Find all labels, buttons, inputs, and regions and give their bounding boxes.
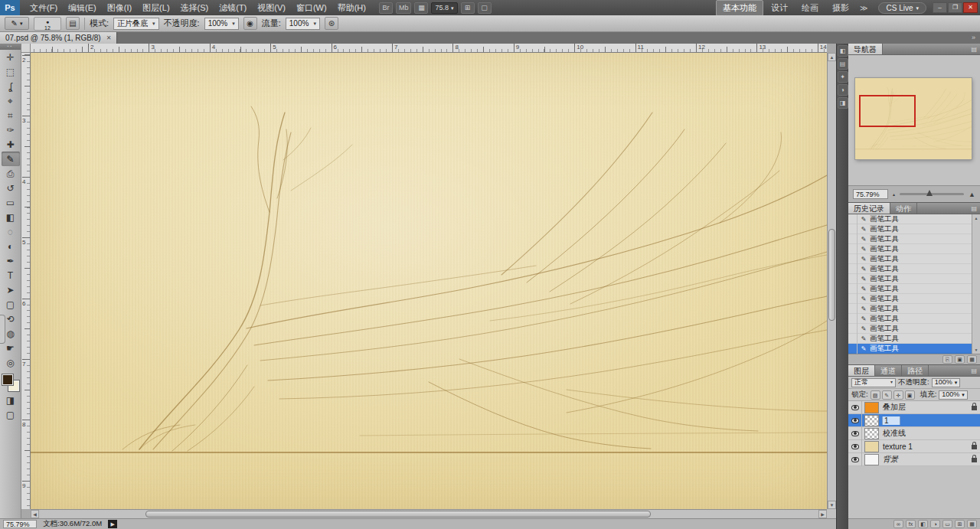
history-step[interactable]: ✎画笔工具 (848, 224, 972, 234)
airbrush-button[interactable]: ⊛ (325, 17, 338, 30)
path-selection-tool[interactable]: ➤ (2, 282, 20, 297)
zoom-in-icon[interactable]: ▲ (969, 191, 975, 198)
new-doc-from-state-button[interactable]: ⎘ (942, 355, 952, 364)
layer-group-button[interactable]: ▭ (942, 520, 952, 528)
cs-live-button[interactable]: CS Live ▾ (878, 2, 926, 14)
delete-layer-button[interactable]: ▦ (967, 520, 977, 528)
tab-actions[interactable]: 动作 (890, 203, 917, 214)
layer-row[interactable]: 叠加层 (848, 401, 980, 414)
type-tool[interactable]: T (2, 268, 20, 282)
eyedropper-tool[interactable]: ✑ (2, 122, 20, 137)
eraser-tool[interactable]: ▭ (2, 195, 20, 210)
history-step[interactable]: ✎画笔工具 (848, 284, 972, 294)
history-source-box[interactable] (848, 334, 858, 344)
styles-panel-icon[interactable]: ✦ (838, 71, 848, 83)
lock-all-icon[interactable]: ▣ (905, 390, 915, 400)
menubar-menu[interactable]: 编辑(E) (63, 0, 102, 15)
tool-preset-picker[interactable]: ✎ ▾ (5, 17, 29, 30)
swatches-panel-icon[interactable]: ▤ (838, 58, 848, 70)
zoom-out-icon[interactable]: ▴ (893, 191, 895, 197)
foreground-color-swatch[interactable] (2, 374, 13, 385)
visibility-toggle[interactable] (848, 440, 862, 453)
lock-position-icon[interactable]: ✛ (893, 390, 903, 400)
blur-tool[interactable]: ◌ (2, 224, 20, 239)
visibility-toggle[interactable] (848, 401, 862, 414)
minimize-button[interactable]: – (933, 2, 947, 13)
history-source-box[interactable] (848, 314, 858, 324)
flow-select[interactable]: 100% ▾ (286, 18, 320, 30)
history-step[interactable]: ✎画笔工具 (848, 324, 972, 334)
navigator-view-box[interactable] (859, 95, 916, 127)
visibility-toggle[interactable] (848, 427, 862, 440)
healing-brush-tool[interactable]: ✚ (2, 137, 20, 152)
history-source-box[interactable] (848, 284, 858, 294)
history-step[interactable]: ✎画笔工具 (848, 334, 972, 344)
history-scrollbar[interactable]: ▲ ▼ (972, 214, 980, 354)
navigator-zoom-field[interactable]: 75.79% (853, 189, 888, 199)
navigator-thumbnail[interactable] (855, 78, 972, 159)
opacity-select[interactable]: 100% ▾ (204, 18, 239, 30)
blend-mode-select[interactable]: 正片叠底 ▾ (113, 18, 159, 30)
status-zoom-field[interactable]: 75.79% (3, 520, 37, 528)
layer-row[interactable]: 1 (848, 414, 980, 427)
quick-selection-tool[interactable]: ⌖ (2, 93, 20, 108)
adjustments-panel-icon[interactable]: ◑ (838, 84, 848, 96)
toggle-brush-panel-button[interactable]: ▤ (66, 17, 80, 30)
history-source-box[interactable] (848, 274, 858, 284)
tablet-pressure-opacity-button[interactable]: ◉ (243, 17, 257, 30)
layer-row[interactable]: 背景 (848, 453, 980, 466)
color-panel-icon[interactable]: ◧ (838, 45, 848, 57)
add-mask-button[interactable]: ◧ (918, 520, 928, 528)
move-tool[interactable]: ✛ (2, 50, 20, 64)
close-button[interactable]: ✕ (963, 2, 978, 13)
document-tab[interactable]: 07.psd @ 75.8% (1, RGB/8) ✕ (0, 32, 117, 44)
history-step[interactable]: ✎画笔工具 (848, 294, 972, 304)
history-step[interactable]: ✎画笔工具 (848, 304, 972, 314)
workspace-overflow-button[interactable]: ≫ (855, 4, 872, 12)
history-step[interactable]: ✎画笔工具 (848, 254, 972, 264)
launch-bridge-button[interactable]: Br (379, 2, 393, 14)
zoom-level-field[interactable]: 75.8 ▾ (431, 2, 457, 14)
brush-preset-picker[interactable]: ● 12 (34, 17, 61, 31)
scroll-right-icon[interactable]: ▶ (818, 510, 827, 518)
screen-mode-button-top[interactable]: ▢ (478, 2, 492, 14)
history-step[interactable]: ✎画笔工具 (848, 264, 972, 274)
workspace-button[interactable]: 绘画 (795, 1, 825, 15)
launch-mini-bridge-button[interactable]: Mb (396, 2, 412, 14)
history-source-box[interactable] (848, 324, 858, 334)
history-source-box[interactable] (848, 264, 858, 274)
history-source-box[interactable] (848, 344, 858, 354)
visibility-toggle[interactable] (848, 414, 862, 427)
layer-opacity-field[interactable]: 100% ▾ (932, 378, 961, 387)
navigator-zoom-slider[interactable] (900, 193, 964, 195)
history-source-box[interactable] (848, 254, 858, 264)
history-brush-tool[interactable]: ↺ (2, 181, 20, 195)
menubar-menu[interactable]: 选择(S) (175, 0, 214, 15)
layer-blend-mode-select[interactable]: 正常 ▾ (851, 378, 896, 387)
layer-style-button[interactable]: fx (906, 520, 916, 528)
new-layer-button[interactable]: ⊞ (955, 520, 965, 528)
vertical-scrollbar[interactable]: ▲ ▼ (827, 53, 836, 509)
scroll-down-icon[interactable]: ▼ (828, 501, 836, 509)
tab-navigator[interactable]: 导航器 (848, 44, 883, 54)
menubar-menu[interactable]: 窗口(W) (291, 0, 332, 15)
menubar-menu[interactable]: 滤镜(T) (214, 0, 252, 15)
scroll-down-icon[interactable]: ▼ (972, 346, 980, 354)
panel-menu-icon[interactable]: ▤ (968, 203, 980, 214)
menubar-menu[interactable]: 图像(I) (102, 0, 137, 15)
visibility-toggle[interactable] (848, 453, 862, 466)
new-snapshot-button[interactable]: ▣ (955, 355, 965, 364)
pen-tool[interactable]: ✒ (2, 253, 20, 268)
panel-menu-icon[interactable]: ▤ (968, 365, 980, 376)
link-layers-button[interactable]: ∞ (893, 520, 903, 528)
canvas[interactable] (31, 53, 827, 509)
scroll-up-icon[interactable]: ▲ (828, 53, 836, 61)
history-step[interactable]: ✎画笔工具 (848, 274, 972, 284)
tab-layers[interactable]: 图层 (848, 365, 875, 376)
adjustment-layer-button[interactable]: ◑ (930, 520, 940, 528)
lock-image-pixels-icon[interactable]: ✎ (882, 390, 892, 400)
workspace-button[interactable]: 基本功能 (716, 0, 763, 16)
navigator-zoom-slider-thumb[interactable] (926, 190, 933, 196)
horizontal-scrollbar[interactable]: ◀ ▶ (31, 509, 827, 518)
workspace-button[interactable]: 设计 (765, 1, 794, 15)
